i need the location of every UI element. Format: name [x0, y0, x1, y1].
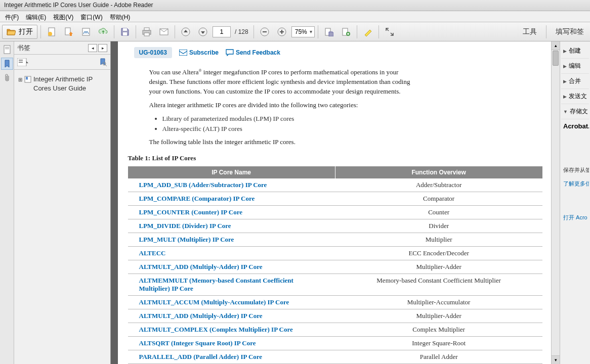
page-number-input[interactable]	[213, 26, 231, 37]
cloud-up-icon	[98, 27, 108, 37]
ip-core-link[interactable]: LPM_MULT (Multiplier) IP Core	[128, 233, 335, 246]
email-button[interactable]	[156, 24, 172, 39]
convert-pdf-button[interactable]	[61, 24, 76, 39]
menu-help[interactable]: 帮助(H)	[107, 12, 134, 21]
ip-core-function: Complex Multiplier	[335, 323, 542, 336]
learn-more-link[interactable]: 了解更多信	[561, 177, 589, 191]
ip-core-function: Multiplier-Accumulator	[335, 295, 542, 309]
table-row: ALTECCECC Encoder/Decoder	[128, 246, 543, 260]
panel-edit[interactable]: ▶编辑	[561, 59, 589, 74]
toolbar-divider	[254, 25, 254, 38]
window-title: Integer Arithmetic IP Cores User Guide -…	[4, 2, 153, 9]
thumbnails-tab[interactable]	[1, 43, 13, 56]
sidebar-nav-arrows: ◂ ▸	[88, 44, 107, 52]
toolbar-divider	[546, 25, 546, 38]
page-sun-icon	[47, 27, 57, 37]
toolbar-divider	[378, 25, 379, 38]
ip-core-function: Multiplier-Adder	[335, 260, 542, 274]
ip-core-function: Parallel Adder	[335, 350, 542, 363]
save-copy-button[interactable]	[321, 24, 336, 39]
ip-core-function: Integer Square-Root	[335, 336, 542, 350]
panel-create[interactable]: ▶创建	[561, 43, 589, 59]
acrobat-heading: Acrobat.	[561, 119, 589, 133]
ip-core-link[interactable]: ALTMEMMULT (Memory-based Constant Coeffi…	[128, 274, 335, 295]
panel-send[interactable]: ▶发送文	[561, 89, 589, 104]
ip-core-link[interactable]: ALTECC	[128, 246, 335, 260]
panel-merge[interactable]: ▶合并	[561, 74, 589, 89]
options-menu-icon[interactable]	[17, 58, 28, 66]
create-pdf-button[interactable]	[44, 24, 59, 39]
vertical-scrollbar[interactable]	[551, 41, 560, 364]
zoom-level-select[interactable]: 75%	[291, 26, 315, 37]
menu-window[interactable]: 窗口(W)	[77, 12, 105, 21]
rss-icon	[179, 50, 187, 56]
ip-core-function: Multiplier-Adder	[335, 309, 542, 323]
ip-core-link[interactable]: ALTMULT_COMPLEX (Complex Multiplier) IP …	[128, 323, 335, 336]
zoom-out-button[interactable]	[257, 24, 272, 39]
ip-core-function: Counter	[335, 205, 542, 219]
page-thumb-icon	[3, 45, 11, 54]
intro-paragraph-1: You can use Altera® integer megafunction…	[149, 68, 412, 97]
toolbar: 打开 / 128 75% 工具 填写和签	[0, 22, 590, 41]
left-nav-rail	[0, 41, 14, 364]
ip-core-link[interactable]: LPM_DIVIDE (Divider) IP Core	[128, 219, 335, 233]
table-row: LPM_COMPARE (Comparator) IP CoreComparat…	[128, 192, 543, 205]
toolbar-divider	[357, 25, 357, 38]
chevron-right-icon: ▶	[563, 94, 567, 99]
prev-page-button[interactable]	[178, 24, 193, 39]
save-button[interactable]	[117, 24, 133, 39]
open-button[interactable]: 打开	[2, 25, 37, 39]
ip-core-link[interactable]: LPM_ADD_SUB (Adder/Subtractor) IP Core	[128, 178, 335, 192]
tools-link[interactable]: 工具	[519, 25, 541, 38]
attachments-tab[interactable]	[1, 72, 13, 84]
menu-edit[interactable]: 编辑(E)	[23, 12, 49, 21]
tree-root-item[interactable]: ⊞ Integer Arithmetic IP Cores User Guide	[16, 74, 108, 94]
sidebar-next-button[interactable]: ▸	[98, 44, 107, 52]
folder-open-icon	[7, 28, 16, 36]
table-row: ALTSQRT (Integer Square Root) IP CoreInt…	[128, 336, 543, 350]
ip-core-link[interactable]: ALTMULT_ACCUM (Multiply-Accumulate) IP C…	[128, 295, 335, 309]
menu-file[interactable]: 件(F)	[2, 12, 22, 21]
bookmarks-tab[interactable]	[1, 58, 13, 70]
print-button[interactable]	[139, 24, 154, 39]
ip-core-link[interactable]: PARALLEL_ADD (Parallel Adder) IP Core	[128, 350, 335, 363]
snapshot-button[interactable]	[339, 24, 354, 39]
svg-point-1	[48, 32, 52, 36]
open-acrobat-link[interactable]: 打开 Acro	[561, 211, 589, 224]
chevron-right-icon: ▶	[563, 79, 567, 84]
panel-store[interactable]: ▼存储文	[561, 104, 589, 119]
read-mode-button[interactable]	[382, 24, 397, 39]
expand-toggle-icon[interactable]: ⊞	[18, 75, 22, 82]
menu-view[interactable]: 视图(V)	[50, 12, 76, 21]
doc-header-bar: UG-01063 Subscribe Send Feedback	[128, 41, 543, 64]
document-viewport[interactable]: UG-01063 Subscribe Send Feedback You can…	[111, 41, 560, 364]
speech-bubble-icon	[226, 49, 234, 56]
fill-sign-link[interactable]: 填写和签	[552, 25, 588, 38]
ip-core-link[interactable]: LPM_COUNTER (Counter) IP Core	[128, 205, 335, 219]
sidebar-title: 书签	[17, 43, 30, 53]
save-from-link[interactable]: 保存并从签	[561, 163, 589, 177]
category-item: Library of parameterized modules (LPM) I…	[162, 114, 543, 123]
sign-button[interactable]	[78, 24, 94, 39]
feedback-link[interactable]: Send Feedback	[226, 49, 280, 56]
sidebar-prev-button[interactable]: ◂	[88, 44, 97, 52]
scroll-thumb[interactable]	[553, 51, 559, 66]
ip-core-link[interactable]: ALTSQRT (Integer Square Root) IP Core	[128, 336, 335, 350]
next-page-button[interactable]	[195, 24, 210, 39]
page-total-label: / 128	[233, 28, 250, 35]
table-row: LPM_MULT (Multiplier) IP CoreMultiplier	[128, 233, 543, 246]
ip-core-link[interactable]: LPM_COMPARE (Comparator) IP Core	[128, 192, 335, 205]
svg-rect-16	[281, 30, 282, 34]
toolbar-divider	[114, 25, 114, 38]
toolbar-divider	[175, 25, 175, 38]
ip-core-link[interactable]: ALTMULT_ADD (Multiply-Adder) IP Core	[128, 309, 335, 323]
subscribe-link[interactable]: Subscribe	[179, 49, 219, 56]
ip-core-function: Memory-based Constant Coefficient Multip…	[335, 274, 542, 295]
zoom-in-button[interactable]	[274, 24, 289, 39]
svg-rect-13	[263, 31, 267, 32]
upload-button[interactable]	[96, 24, 111, 39]
ip-core-function: Adder/Subtractor	[335, 178, 542, 192]
find-bookmark-icon[interactable]	[98, 58, 107, 67]
ip-core-link[interactable]: ALTMULT_ADD (Multiply-Adder) IP Core	[128, 260, 335, 274]
highlight-button[interactable]	[360, 24, 375, 39]
